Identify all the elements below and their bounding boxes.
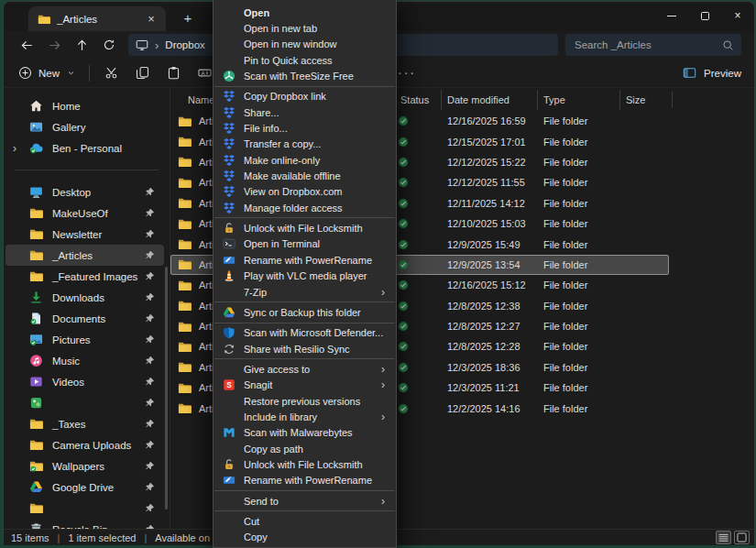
menu-item-open[interactable]: Open [214,5,396,20]
sidebar-item-articles[interactable]: _Articles [5,245,164,266]
menu-item-scan-with-microsoft-defender[interactable]: Scan with Microsoft Defender... [214,325,396,341]
menu-item-make-available-offline[interactable]: Make available offline [214,168,396,183]
column-header-size[interactable]: Size [619,90,672,110]
sidebar-item-featured-images[interactable]: _Featured Images [5,266,164,287]
tab-close-icon[interactable]: × [143,11,159,27]
close-button[interactable]: × [721,2,754,29]
menu-item-7-zip[interactable]: 7-Zip› [214,284,396,300]
up-button[interactable] [68,33,95,57]
sidebar-item-home[interactable]: Home [5,95,164,116]
sidebar-item-wallpapers[interactable]: Wallpapers [5,455,164,477]
folder-icon [178,279,192,292]
column-divider[interactable] [672,92,673,108]
menu-item-share[interactable]: Share... [214,104,396,120]
menu-item-transfer-a-copy[interactable]: Transfer a copy... [214,137,396,152]
new-button-label: New [38,68,60,79]
menu-item-file-info[interactable]: File info... [214,120,396,136]
menu-item-snagit[interactable]: SSnagit› [214,378,396,393]
menu-item-view-on-dropbox-com[interactable]: View on Dropbox.com [214,184,396,200]
file-status-cell [395,403,442,414]
menu-item-copy-as-path[interactable]: Copy as path [214,441,396,456]
chevron-down-icon [66,68,76,78]
new-button[interactable]: New [15,61,80,85]
menu-item-copy-dropbox-link[interactable]: Copy Dropbox link [214,89,396,104]
breadcrumb[interactable]: Dropbox [165,39,204,50]
menu-item-sync-or-backup-this-folder[interactable]: Sync or Backup this folder [214,304,396,320]
paste-button[interactable] [161,61,186,85]
details-view-button[interactable] [716,531,731,544]
search-input[interactable]: Search _Articles [565,34,741,56]
menu-item-rename-with-powerrename[interactable]: Rename with PowerRename [214,252,396,268]
sidebar-item-recycle-bin[interactable]: Recycle Bin [5,519,164,529]
menu-item-open-in-terminal[interactable]: Open in Terminal [214,236,396,252]
sidebar-item-music[interactable]: Music [5,350,164,371]
maximize-button[interactable] [688,2,721,29]
menu-divider [214,510,395,511]
menu-item-make-online-only[interactable]: Make online-only [214,152,396,168]
desktop-icon [29,185,43,199]
monitor-icon [136,38,148,51]
sidebar-item-google-drive[interactable]: Google Drive [5,477,164,498]
menu-item-include-in-library[interactable]: Include in library› [214,409,396,424]
menu-item-open-in-new-window[interactable]: Open in new window [214,37,396,52]
new-tab-button[interactable]: + [178,8,198,27]
pin-icon [145,440,155,450]
menu-item-unlock-with-file-locksmith[interactable]: Unlock with File Locksmith [214,220,396,236]
preview-button[interactable]: Preview [683,66,741,80]
minimize-button[interactable] [655,2,688,29]
sidebar-item-gallery[interactable]: Gallery [5,116,164,137]
menu-item-open-in-new-tab[interactable]: Open in new tab [214,20,396,36]
sidebar-item-makeuseof[interactable]: MakeUseOf [5,203,164,224]
menu-item-scan-with-malwarebytes[interactable]: Scan with Malwarebytes [214,425,396,441]
menu-item-scan-with-treesize-free[interactable]: Scan with TreeSize Free [214,68,396,83]
menu-item-restore-previous-versions[interactable]: Restore previous versions [214,393,396,409]
refresh-button[interactable] [95,33,123,57]
menu-item-share-with-resilio-sync[interactable]: Share with Resilio Sync [214,341,396,356]
sidebar-item-folder[interactable] [5,498,164,519]
see-more-button[interactable]: ··· [398,65,416,80]
column-header-type[interactable]: Type [537,90,619,110]
toolbar-divider [89,65,90,82]
vlc-icon [223,269,236,282]
menu-item-copy[interactable]: Copy [214,530,396,545]
sidebar-item-videos[interactable]: Videos [5,371,164,392]
file-date-cell: 12/3/2025 18:36 [442,362,538,373]
menu-item-rename-with-powerrename[interactable]: Rename with PowerRename [214,473,396,488]
cut-button[interactable] [99,61,124,85]
column-header-status[interactable]: Status [394,90,441,110]
sidebar-item-downloads[interactable]: Downloads [5,287,164,308]
sidebar-item-desktop[interactable]: Desktop [5,181,164,203]
file-date-cell: 12/2/2025 14:16 [442,403,538,414]
sync-status-icon [398,218,409,229]
sidebar-item-pictures[interactable]: Pictures [5,329,164,350]
menu-item-give-access-to[interactable]: Give access to› [214,361,396,377]
large-icons-view-button[interactable] [734,531,750,544]
pin-icon [145,398,155,408]
menu-item-label: Open in Terminal [244,238,387,249]
sidebar-item-newsletter[interactable]: Newsletter [5,224,164,245]
menu-item-play-with-vlc-media-player[interactable]: Play with VLC media player [214,269,396,284]
file-type-cell: File folder [538,321,620,332]
dropbox-icon [223,137,236,150]
sidebar-item-documents[interactable]: Documents [5,308,164,329]
sync-status-icon [398,177,409,188]
menu-item-pin-to-quick-access[interactable]: Pin to Quick access [214,52,396,68]
tab-articles[interactable]: _Articles × [28,6,166,31]
column-header-date-modified[interactable]: Date modified [441,90,537,110]
sidebar-item-taxes[interactable]: _Taxes [5,413,164,434]
sidebar-item-folder[interactable] [5,392,164,413]
menu-item-unlock-with-file-locksmith[interactable]: Unlock with File Locksmith [214,456,396,472]
sidebar-item-label: Music [52,356,80,367]
pin-icon [145,334,155,345]
chevron-right-icon[interactable]: › [13,142,16,155]
copy-button[interactable] [130,61,155,85]
sidebar-scrollbar[interactable] [165,267,168,510]
menu-item-send-to[interactable]: Send to› [214,493,396,509]
sidebar-item-label: Home [52,101,81,112]
sidebar-item-camera-uploads[interactable]: Camera Uploads [5,434,164,455]
sidebar-item-ben-personal[interactable]: ›Ben - Personal [5,137,164,159]
forward-button[interactable] [40,33,68,57]
menu-item-manage-folder-access[interactable]: Manage folder access [214,200,396,215]
back-button[interactable] [13,33,40,57]
menu-item-cut[interactable]: Cut [214,513,396,529]
